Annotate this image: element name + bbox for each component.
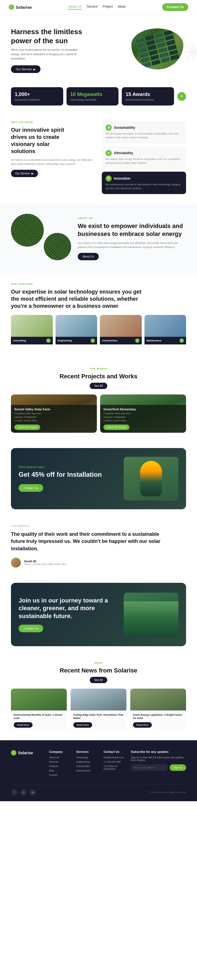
about-text: ABOUT US We exist to empower individuals… (78, 217, 186, 260)
footer-contact-0[interactable]: info@solarise.com (103, 756, 125, 759)
testimonial-tag: TESTIMONIAL (11, 525, 186, 527)
footer-service-3[interactable]: Maintenance (76, 769, 98, 772)
project-location-1: Location: Sunset Valley (14, 419, 94, 423)
project-cta-0[interactable]: Check the Project (103, 425, 130, 430)
footer-logo-text: Solarise (18, 751, 33, 755)
service-card-0[interactable]: Consulting + (11, 315, 53, 348)
footer-contact-1[interactable]: +1 234 567 890 (103, 760, 125, 763)
service-plus-icon-1[interactable]: + (91, 339, 95, 343)
project-cta-1[interactable]: Check the Project (14, 425, 40, 430)
services-title: Our expertise in solar technology ensure… (11, 288, 142, 309)
footer-company-4[interactable]: Contact (49, 773, 71, 776)
news-card-0: Environmental Benefits of Solar: A Close… (11, 689, 67, 730)
stat-card-0: 1,000+ Successful Installations (11, 87, 63, 105)
why-cta-button[interactable]: Our Service ▶ (11, 170, 38, 177)
why-description: We believe in a sustainable future power… (11, 158, 95, 167)
service-card-3[interactable]: Maintenance + (144, 315, 186, 348)
feature-card-1: $ Affordability We believe solar energy … (102, 146, 186, 169)
news-title-2: Green Energy Legislation: A Bright Futur… (133, 713, 183, 720)
about-cta-button[interactable]: About Us (78, 253, 99, 260)
project-card-1: Sunset Valley Solar Farm Completion Date… (11, 395, 97, 433)
projects-grid: Sunset Valley Solar Farm Completion Date… (11, 395, 186, 433)
author-avatar (11, 558, 21, 568)
stat-num-2: 15 Awards (126, 92, 170, 97)
services-section: OUR SERVICES Our expertise in solar tech… (0, 273, 197, 358)
testimonial-author: Sarah M. Owner, Sunset Solar Valley Sola… (11, 558, 186, 568)
news-title-0: Environmental Benefits of Solar: A Close… (14, 713, 64, 720)
service-label-2: Construction (102, 339, 117, 342)
stat-num-1: 10 Megawatts (70, 92, 115, 97)
linkedin-icon[interactable]: in (20, 789, 27, 796)
footer-service-2[interactable]: Construction (76, 765, 98, 768)
news-card-1: Cutting-Edge Solar Tech: Innovations Tha… (70, 689, 127, 730)
nav-about[interactable]: About Us (68, 5, 82, 10)
news-read-btn-1[interactable]: Read More (73, 722, 92, 728)
subscribe-email-input[interactable] (131, 764, 168, 771)
news-read-btn-2[interactable]: Read More (133, 722, 152, 728)
projects-header: OUR WORKS Recent Projects and Works See … (11, 368, 186, 389)
footer-service-0[interactable]: Consulting (76, 756, 98, 759)
footer-subscribe-col: Subscribe for any updates Stay up to dat… (131, 750, 186, 778)
nav-project[interactable]: Project (103, 5, 113, 10)
hero-image (131, 29, 186, 72)
project-card-0: GreenTech Elementary Completion Date: Ma… (100, 395, 186, 433)
footer-contact-heading: Contact Us (103, 750, 125, 753)
nav-ideas[interactable]: Ideas (118, 5, 126, 10)
news-title: Recent News from Solarise (11, 667, 186, 674)
logo[interactable]: Solarise (9, 4, 32, 10)
twitter-icon[interactable]: tw (30, 789, 36, 796)
project-capacity-1: Capacity: 5 Megawatts (14, 415, 94, 419)
join-cta-button[interactable]: Contact Us (19, 625, 43, 632)
service-plus-icon[interactable]: + (46, 339, 51, 343)
footer-company-col: Company About Us Services Projects Blog … (49, 750, 71, 778)
footer-company-2[interactable]: Projects (49, 765, 71, 768)
about-description: Our mission is to make solar energy acce… (78, 241, 186, 250)
news-see-all-button[interactable]: See All (90, 677, 107, 683)
arrow-icon: ▶ (34, 68, 35, 71)
service-plus-icon-3[interactable]: + (179, 339, 184, 343)
footer-service-1[interactable]: Engineering (76, 760, 98, 763)
footer-company-3[interactable]: Blog (49, 769, 71, 772)
hero-section: Harness the limitless power of the sun W… (0, 14, 197, 82)
news-read-btn-0[interactable]: Read More (14, 722, 32, 728)
projects-see-all-button[interactable]: See All (90, 383, 107, 389)
footer-subscribe-desc: Stay up to date with the latest news and… (131, 756, 186, 762)
project-completion-1: Completion Date: May 2023 (14, 412, 94, 415)
service-card-2[interactable]: Construction + (100, 315, 142, 348)
stat-num-0: 1,000+ (15, 92, 59, 97)
service-card-1[interactable]: Engineering + (56, 315, 98, 348)
testimonial-text: The quality of their work and their comm… (11, 531, 170, 552)
why-section: WHY SOLARISE Our innovative spirit drive… (0, 111, 197, 204)
hero-text: Harness the limitless power of the sun W… (11, 27, 131, 73)
footer-copyright: © 2024 Solarise. All Rights Reserved. (149, 791, 186, 794)
footer-logo-icon (11, 750, 16, 756)
subscribe-button[interactable]: Sign Up (170, 764, 186, 771)
social-icons: f in tw (11, 789, 36, 796)
nav-cta-button[interactable]: Contact Us (162, 3, 188, 11)
watermark-bg: ✳ (184, 40, 197, 65)
news-card-2: Green Energy Legislation: A Bright Futur… (130, 689, 186, 730)
promo-cta-button[interactable]: Contact Us (19, 484, 43, 492)
stat-action-button[interactable]: + (177, 92, 186, 101)
innovation-icon: 💡 (106, 175, 112, 181)
hero-description: We're your trusted partner for the world… (11, 48, 85, 61)
family-scene-image (124, 601, 178, 636)
feature-card-2: 💡 Innovation We continuously innovate to… (102, 172, 186, 194)
footer-company-0[interactable]: About Us (49, 756, 71, 759)
project-capacity-0: Capacity: 2 Megawatts (103, 415, 183, 419)
promo-image (124, 457, 178, 501)
footer-contact-2[interactable]: 123 Solar St, Greentown (103, 765, 125, 770)
service-plus-icon-2[interactable]: + (135, 339, 139, 343)
feature-title-0: Sustainability (114, 126, 135, 130)
project-completion-0: Completion Date: May 2023 (103, 412, 183, 415)
nav-service[interactable]: Service (87, 5, 98, 10)
projects-section: OUR WORKS Recent Projects and Works See … (0, 358, 197, 442)
service-label-0: Consulting (13, 339, 26, 342)
services-grid: Consulting + Engineering + Construction … (11, 315, 186, 348)
facebook-icon[interactable]: f (11, 789, 18, 796)
why-title: Our innovative spirit drives us to creat… (11, 126, 71, 155)
projects-title: Recent Projects and Works (11, 373, 186, 380)
footer-company-1[interactable]: Services (49, 760, 71, 763)
project-name-1: Sunset Valley Solar Farm (14, 407, 94, 411)
hero-cta-button[interactable]: Our Service ▶ (11, 65, 40, 73)
